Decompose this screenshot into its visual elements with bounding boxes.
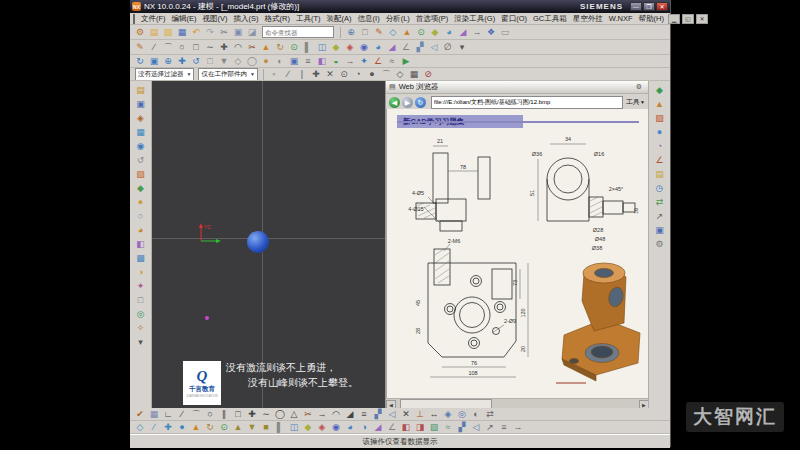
circle-icon[interactable]: ○	[176, 41, 188, 53]
object-display-icon[interactable]: ◧	[316, 55, 328, 67]
cut-icon[interactable]: ✂	[218, 26, 230, 38]
chamfer-icon[interactable]: ◢	[457, 26, 469, 38]
chamfer-feature-icon[interactable]: ◢	[386, 41, 398, 53]
materials-icon[interactable]: ◆	[135, 182, 147, 194]
sew-icon[interactable]: ≈	[442, 421, 454, 433]
reuse-library-icon[interactable]: ▦	[135, 126, 147, 138]
window-layout-icon[interactable]: □	[359, 26, 371, 38]
undo-icon[interactable]: ↶	[190, 26, 202, 38]
measure-icon[interactable]: ∅	[442, 41, 454, 53]
pan-icon[interactable]: ✚	[176, 55, 188, 67]
move-view-icon[interactable]: →	[344, 55, 356, 67]
color-palette-icon[interactable]: ▨	[654, 112, 666, 124]
profile-icon[interactable]: ∟	[162, 408, 174, 420]
art-surface-icon[interactable]: ▲	[654, 98, 666, 110]
revolve-b-icon[interactable]: ↻	[204, 421, 216, 433]
child-window-controls[interactable]: ▁◱✕	[667, 14, 709, 24]
intersect-b-icon[interactable]: ◉	[330, 421, 342, 433]
face-analysis-icon[interactable]: ◧	[135, 238, 147, 250]
menu-item-9[interactable]: 首选项(P)	[413, 14, 452, 24]
part-navigator-icon[interactable]: ▤	[135, 84, 147, 96]
shaded-display-icon[interactable]: ●	[260, 55, 272, 67]
snapshot-gallery-icon[interactable]: □	[135, 294, 147, 306]
wireframe-mode-icon[interactable]: ○	[135, 210, 147, 222]
mirror-feature-icon[interactable]: ◁	[428, 41, 440, 53]
existing-point-icon[interactable]: ●	[366, 68, 378, 80]
clear-snap-icon[interactable]: ⊘	[422, 68, 434, 80]
selection-filter-dropdown[interactable]: 没有选择过滤器 ▼	[135, 68, 194, 81]
quick-trim-sketch-icon[interactable]: ✂	[302, 408, 314, 420]
hole-feature-icon[interactable]: ⊙	[288, 41, 300, 53]
iso-view-icon[interactable]: ◇	[232, 55, 244, 67]
menu-item-3[interactable]: 插入(S)	[231, 14, 262, 24]
gear-icon[interactable]: ⚙	[636, 83, 642, 91]
datum-csys-icon[interactable]: ✚	[162, 421, 174, 433]
save-icon[interactable]: ▦	[176, 26, 188, 38]
arc-center-icon[interactable]: ⊙	[338, 68, 350, 80]
redo-icon[interactable]: ↷	[204, 26, 216, 38]
sync-icon[interactable]: ⇄	[654, 196, 666, 208]
chamfer-b-icon[interactable]: ◢	[372, 421, 384, 433]
derived-line-icon[interactable]: ∥	[218, 408, 230, 420]
thicken-icon[interactable]: ≡	[498, 421, 510, 433]
constraint-navigator-icon[interactable]: ◈	[135, 112, 147, 124]
measure-tool-icon[interactable]: ∠	[654, 154, 666, 166]
command-search-input[interactable]	[262, 26, 334, 38]
child-minimize-icon[interactable]: ▁	[668, 14, 680, 24]
intersect-boolean-icon[interactable]: ◉	[358, 41, 370, 53]
sketch-ellipse-icon[interactable]: ◯	[274, 408, 286, 420]
restore-icon[interactable]: ❐	[643, 2, 655, 11]
new-file-icon[interactable]: ▤	[148, 26, 160, 38]
draft-icon[interactable]: ∠	[400, 41, 412, 53]
child-restore-icon[interactable]: ◱	[682, 14, 694, 24]
fillet-icon[interactable]: ◠	[232, 41, 244, 53]
wcs-sphere-handle[interactable]	[247, 231, 269, 253]
graphics-viewport[interactable]: YC Q 千言教育 QIANYAN EDUCATION 没有激流则谈不上勇进， …	[152, 81, 385, 408]
sketch-spline-icon[interactable]: ∼	[260, 408, 272, 420]
more-panels-icon[interactable]: ▾	[135, 336, 147, 348]
tools-menu-button[interactable]: 工具▼	[626, 97, 645, 107]
command-finder-icon[interactable]: ⚙	[134, 26, 146, 38]
forward-button[interactable]: ▶	[402, 97, 413, 108]
export-icon[interactable]: ↗	[654, 210, 666, 222]
window-controls[interactable]: —❐✕	[629, 2, 668, 11]
realize-shape-icon[interactable]: ◆	[654, 84, 666, 96]
sketch-rectangle-icon[interactable]: □	[232, 408, 244, 420]
show-hide-icon[interactable]: ◒	[330, 55, 342, 67]
back-button[interactable]: ◀	[389, 97, 400, 108]
child-close-icon[interactable]: ✕	[696, 14, 708, 24]
patch-icon[interactable]: ▧	[428, 421, 440, 433]
intersection-snap-icon[interactable]: ✕	[324, 68, 336, 80]
convert-reference-icon[interactable]: ◐	[470, 408, 482, 420]
scene-settings-icon[interactable]: ▩	[135, 252, 147, 264]
pattern-curve-icon[interactable]: ▞	[372, 408, 384, 420]
rib-icon[interactable]: ▌	[302, 41, 314, 53]
menu-item-12[interactable]: GC工具箱	[530, 14, 570, 24]
shell-icon[interactable]: ◫	[316, 41, 328, 53]
open-file-icon[interactable]: ▧	[162, 26, 174, 38]
rapid-dimension-icon[interactable]: ↔	[428, 408, 440, 420]
extrude-feature-icon[interactable]: ▲	[260, 41, 272, 53]
mid-point-icon[interactable]: |	[296, 68, 308, 80]
menu-item-7[interactable]: 信息(I)	[355, 14, 383, 24]
copy-icon[interactable]: ▣	[232, 26, 244, 38]
unite-boolean-icon[interactable]: ◆	[330, 41, 342, 53]
extrude-icon[interactable]: ▲	[401, 26, 413, 38]
studio-spline-icon[interactable]: ∼	[204, 41, 216, 53]
mirror-curve-icon[interactable]: ◁	[386, 408, 398, 420]
move-face-icon[interactable]: →	[512, 421, 524, 433]
more-commands-icon[interactable]: ▾	[456, 41, 468, 53]
shaded-mode-icon[interactable]: ●	[135, 196, 147, 208]
menu-item-2[interactable]: 视图(V)	[200, 14, 231, 24]
sketch-orient-icon[interactable]: ▦	[148, 408, 160, 420]
sketch-polygon-icon[interactable]: △	[288, 408, 300, 420]
quick-trim-icon[interactable]: ✂	[246, 41, 258, 53]
menu-item-0[interactable]: 文件(F)	[138, 14, 169, 24]
face-blend-icon[interactable]: ◑	[358, 421, 370, 433]
bounded-grid-icon[interactable]: ▦	[408, 68, 420, 80]
rectangle-icon[interactable]: □	[190, 41, 202, 53]
history-panel-icon[interactable]: ◔	[654, 140, 666, 152]
expressions-icon[interactable]: ≈	[386, 55, 398, 67]
selection-scope-dropdown[interactable]: 仅在工作部件内 ▼	[198, 68, 257, 81]
split-body-icon[interactable]: ◨	[414, 421, 426, 433]
